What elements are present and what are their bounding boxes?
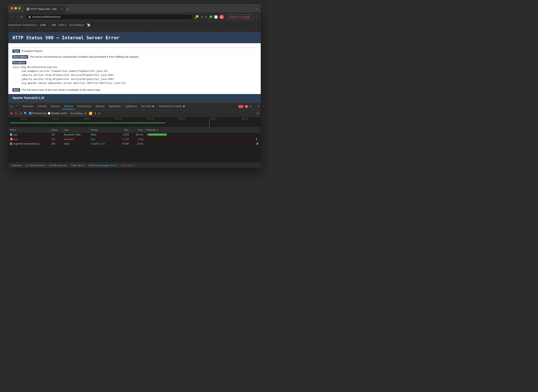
tomcat-version: Apache Tomcat/10.1.23 [12,96,44,99]
traffic-light-close[interactable] [11,7,13,9]
col-header-initiator[interactable]: Initiator [89,128,114,132]
traffic-light-maximize[interactable] [18,7,21,9]
row-type-time: document [62,138,89,140]
transferred-size: 11.0 kB transferred [25,164,45,167]
more-options-icon[interactable]: ⋮ [255,23,258,27]
page-viewport: HTTP Status 500 – Internal Server Error … [8,32,261,102]
lock-icon: 🔒 [28,15,31,18]
devtools-select-icon[interactable]: ⊡ [9,104,14,109]
tab-memory[interactable]: Memory [94,104,107,109]
active-tab[interactable]: HTTP Status 500 – Internal S… ✕ [24,6,65,12]
disable-cache-label[interactable]: Disable cache [48,112,67,115]
row-status-js: 200 [50,142,62,145]
network-settings-icon[interactable]: ⚙ [256,112,259,115]
url-bar[interactable]: 🔒 localhost:8080/test/time [25,14,193,20]
close-devtools-icon[interactable]: ✕ [257,105,260,108]
key-icon[interactable]: 🔑 [195,15,199,19]
sort-icon: ▲ [156,129,159,131]
extension-icon[interactable]: 🧩 [209,15,212,19]
timeline-cursor [209,120,209,127]
table-row[interactable]: single-file-hooks-frames.js 200 script s… [8,142,261,146]
title-bar: HTTP Status 500 – Internal S… ✕ + ⌄ [8,4,261,12]
back-button[interactable]: ‹ [11,14,14,20]
note-label: Note [12,88,20,92]
share-icon[interactable]: ⬆ [201,15,203,19]
upload-icon[interactable]: ⬆ [94,112,96,115]
devtools-responsive-bar: Dimensions: Responsive ▾ 1148 x 330 100%… [8,22,261,28]
more-devtools-icon[interactable]: ⋮ [253,105,256,108]
dimensions-chevron: ▾ [36,23,38,27]
disable-cache-checkbox[interactable] [48,112,50,115]
search-icon[interactable]: 🔍 [24,112,27,115]
cast-icon[interactable]: ⬜ [214,15,218,19]
throttling-select[interactable]: No throttling [68,111,87,115]
col-header-waterfall[interactable]: Waterfall ▲ [145,128,261,132]
preserve-log-label[interactable]: Preserve log [29,112,46,115]
relaunch-button[interactable]: Relaunch to update [226,14,253,19]
stack-trace: java.lang.NullPointerException com.examp… [12,65,257,85]
tab-lighthouse[interactable]: Lighthouse [123,104,139,109]
forward-button[interactable]: › [15,14,18,20]
row-size-time: 1.2 kB [114,138,130,140]
row-time-login: 253 ms [130,133,145,136]
devtools-mobile-icon[interactable]: 📱 [14,104,20,109]
wifi-icon[interactable]: 📶 [89,112,92,115]
traffic-light-minimize[interactable] [14,7,17,9]
bookmark-icon[interactable]: ★ [205,15,207,19]
tab-network[interactable]: Network [62,104,75,109]
zoom-select[interactable]: 100% ▾ [58,23,67,27]
description-value: The server encountered an unexpected con… [30,55,139,58]
profile-icon[interactable]: E [219,15,224,19]
tab-console[interactable]: Console [35,104,49,109]
table-row[interactable]: login 302 document / Redi… Other 176 B 2… [8,133,261,137]
menu-dots-icon[interactable]: ⋮ [255,15,258,19]
browser-window: HTTP Status 500 – Internal S… ✕ + ⌄ ‹ › … [0,0,269,196]
load-time: Load: 141 ms [120,164,134,167]
note-section: Note The full stack trace of the root ca… [12,88,257,91]
col-header-status[interactable]: Status [50,128,62,132]
preserve-log-checkbox[interactable] [29,112,31,115]
new-tab-button[interactable]: + [67,7,69,12]
tab-application[interactable]: Application [107,104,123,109]
filter-icon[interactable]: ⊜ [20,112,22,115]
reload-button[interactable]: ↻ [20,14,24,19]
type-value: Exception Report [22,49,42,52]
requests-count: 3 requests [11,164,21,167]
tab-recorder[interactable]: Recorder ⏺ [139,104,157,109]
col-header-time[interactable]: Time [130,128,145,132]
download-icon[interactable]: ⬇ [98,112,101,115]
tab-performance[interactable]: Performance [75,104,94,109]
tab-sources[interactable]: Sources [49,104,62,109]
col-header-name[interactable]: Name [8,128,50,132]
resources-size: 10.6 kB resources [49,164,67,167]
record-stop-button[interactable]: ⏺ [10,112,13,115]
tab-perf-insights[interactable]: Performance insights ⏺ [157,104,187,109]
error-icon: ✕ [10,138,13,140]
page-body: Type Exception Report Description The se… [8,43,261,94]
col-header-type[interactable]: Type [62,128,89,132]
window-chevron-icon[interactable]: ⌄ [256,7,258,10]
sensor-icon[interactable]: 📡 [87,23,90,27]
error-badge: 🚫 [238,105,244,108]
zoom-chevron: ▾ [65,23,67,27]
row-time-time: 4 ms [130,138,145,140]
throttling-select[interactable]: No throttling ▾ [69,23,85,27]
divider-handle[interactable]: ━━ [8,102,261,103]
page-footer: Apache Tomcat/10.1.23 [8,94,261,102]
row-size-js: 9.5 kB [114,142,130,145]
type-label: Type [12,49,20,53]
viewport-width: 1148 [40,23,46,27]
clear-button[interactable]: 🚫 [14,112,18,115]
tab-close-icon[interactable]: ✕ [61,8,63,10]
dimensions-label[interactable]: Dimensions: Responsive ▾ [8,23,38,27]
note-value: The full stack trace of the root cause i… [22,88,101,91]
row-waterfall-time [145,137,261,141]
table-row[interactable]: ✕ time 500 document login 1.2 kB 4 ms [8,137,261,142]
col-header-size[interactable]: Size [114,128,130,132]
row-type-js: script [62,142,89,145]
traffic-lights [11,7,21,9]
tab-elements[interactable]: Elements [21,104,35,109]
settings-icon[interactable]: ⚙ [249,105,252,108]
page-title: HTTP Status 500 – Internal Server Error [12,35,257,40]
type-section: Type Exception Report [12,49,257,52]
